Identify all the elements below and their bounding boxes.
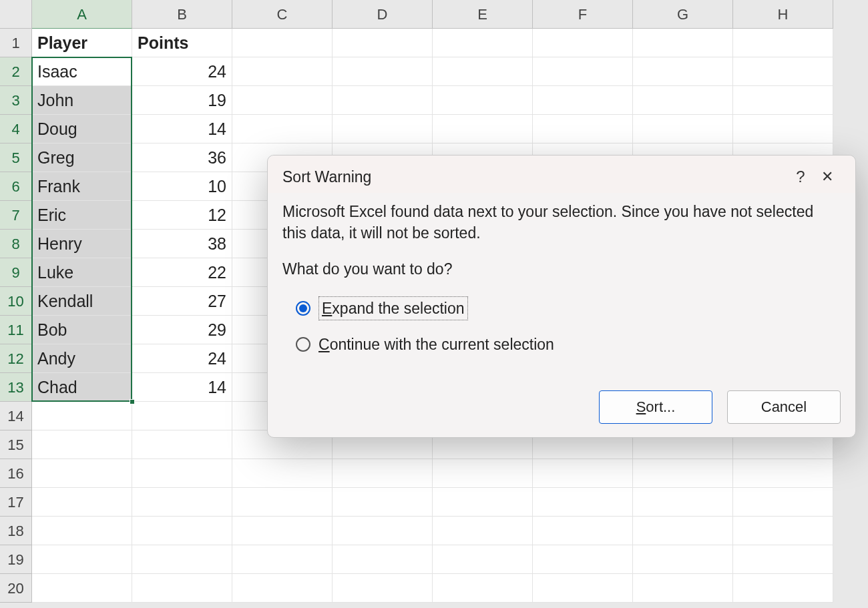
cell-H19[interactable]	[733, 545, 833, 574]
cell-H1[interactable]	[733, 29, 833, 57]
cell-D3[interactable]	[333, 86, 433, 115]
cell-A5[interactable]: Greg	[32, 143, 132, 172]
cell-C20[interactable]	[232, 574, 333, 603]
cell-H20[interactable]	[733, 574, 833, 603]
cell-A7[interactable]: Eric	[32, 201, 132, 230]
row-header-10[interactable]: 10	[0, 287, 32, 316]
cell-E1[interactable]	[433, 29, 533, 57]
row-header-13[interactable]: 13	[0, 373, 32, 402]
cell-H3[interactable]	[733, 86, 833, 115]
cell-G19[interactable]	[633, 545, 733, 574]
column-header-D[interactable]: D	[333, 0, 433, 29]
sort-button[interactable]: Sort...	[599, 390, 712, 424]
cell-A1[interactable]: Player	[32, 29, 132, 57]
cell-H2[interactable]	[733, 57, 833, 86]
cell-F2[interactable]	[533, 57, 633, 86]
cell-E16[interactable]	[433, 459, 533, 488]
cell-G4[interactable]	[633, 115, 733, 143]
cell-D19[interactable]	[333, 545, 433, 574]
column-header-E[interactable]: E	[433, 0, 533, 29]
cell-F17[interactable]	[533, 488, 633, 517]
cell-B20[interactable]	[132, 574, 232, 603]
cell-F16[interactable]	[533, 459, 633, 488]
cell-B11[interactable]: 29	[132, 316, 232, 344]
column-header-H[interactable]: H	[733, 0, 833, 29]
cell-A14[interactable]	[32, 402, 132, 430]
cell-D18[interactable]	[333, 517, 433, 545]
cell-B13[interactable]: 14	[132, 373, 232, 402]
row-header-11[interactable]: 11	[0, 316, 32, 344]
cell-G16[interactable]	[633, 459, 733, 488]
cell-A13[interactable]: Chad	[32, 373, 132, 402]
row-header-20[interactable]: 20	[0, 574, 32, 603]
cell-E20[interactable]	[433, 574, 533, 603]
cell-A4[interactable]: Doug	[32, 115, 132, 143]
cell-B4[interactable]: 14	[132, 115, 232, 143]
cell-G18[interactable]	[633, 517, 733, 545]
row-header-14[interactable]: 14	[0, 402, 32, 430]
radio-continue-current[interactable]: Continue with the current selection	[296, 327, 841, 362]
row-header-4[interactable]: 4	[0, 115, 32, 143]
close-button[interactable]: ✕	[814, 168, 841, 186]
cell-E3[interactable]	[433, 86, 533, 115]
cell-D2[interactable]	[333, 57, 433, 86]
cell-A18[interactable]	[32, 517, 132, 545]
row-header-5[interactable]: 5	[0, 143, 32, 172]
cell-G17[interactable]	[633, 488, 733, 517]
cell-F20[interactable]	[533, 574, 633, 603]
cell-D20[interactable]	[333, 574, 433, 603]
cell-A16[interactable]	[32, 459, 132, 488]
row-header-15[interactable]: 15	[0, 430, 32, 459]
cell-B8[interactable]: 38	[132, 230, 232, 258]
cell-B3[interactable]: 19	[132, 86, 232, 115]
cell-C2[interactable]	[232, 57, 333, 86]
cell-B5[interactable]: 36	[132, 143, 232, 172]
row-header-2[interactable]: 2	[0, 57, 32, 86]
column-header-B[interactable]: B	[132, 0, 232, 29]
cell-A19[interactable]	[32, 545, 132, 574]
cell-B9[interactable]: 22	[132, 258, 232, 287]
cell-B17[interactable]	[132, 488, 232, 517]
help-button[interactable]: ?	[787, 168, 814, 186]
row-header-9[interactable]: 9	[0, 258, 32, 287]
cell-H18[interactable]	[733, 517, 833, 545]
cell-B15[interactable]	[132, 430, 232, 459]
cell-A20[interactable]	[32, 574, 132, 603]
row-header-7[interactable]: 7	[0, 201, 32, 230]
row-header-17[interactable]: 17	[0, 488, 32, 517]
cell-C16[interactable]	[232, 459, 333, 488]
cell-E2[interactable]	[433, 57, 533, 86]
cell-B7[interactable]: 12	[132, 201, 232, 230]
cell-E18[interactable]	[433, 517, 533, 545]
cell-A12[interactable]: Andy	[32, 344, 132, 373]
cell-B10[interactable]: 27	[132, 287, 232, 316]
cell-H17[interactable]	[733, 488, 833, 517]
cell-A6[interactable]: Frank	[32, 172, 132, 201]
row-header-3[interactable]: 3	[0, 86, 32, 115]
row-header-19[interactable]: 19	[0, 545, 32, 574]
cell-F18[interactable]	[533, 517, 633, 545]
cell-A8[interactable]: Henry	[32, 230, 132, 258]
cell-A9[interactable]: Luke	[32, 258, 132, 287]
cell-A11[interactable]: Bob	[32, 316, 132, 344]
cell-B6[interactable]: 10	[132, 172, 232, 201]
column-header-C[interactable]: C	[232, 0, 333, 29]
cell-F19[interactable]	[533, 545, 633, 574]
cell-D16[interactable]	[333, 459, 433, 488]
row-header-8[interactable]: 8	[0, 230, 32, 258]
cell-A17[interactable]	[32, 488, 132, 517]
cell-C3[interactable]	[232, 86, 333, 115]
cell-B18[interactable]	[132, 517, 232, 545]
cell-B14[interactable]	[132, 402, 232, 430]
cell-D1[interactable]	[333, 29, 433, 57]
column-header-G[interactable]: G	[633, 0, 733, 29]
cancel-button[interactable]: Cancel	[727, 390, 841, 424]
cell-B2[interactable]: 24	[132, 57, 232, 86]
cell-G20[interactable]	[633, 574, 733, 603]
cell-E17[interactable]	[433, 488, 533, 517]
row-header-12[interactable]: 12	[0, 344, 32, 373]
row-header-6[interactable]: 6	[0, 172, 32, 201]
cell-D17[interactable]	[333, 488, 433, 517]
row-header-18[interactable]: 18	[0, 517, 32, 545]
cell-B1[interactable]: Points	[132, 29, 232, 57]
